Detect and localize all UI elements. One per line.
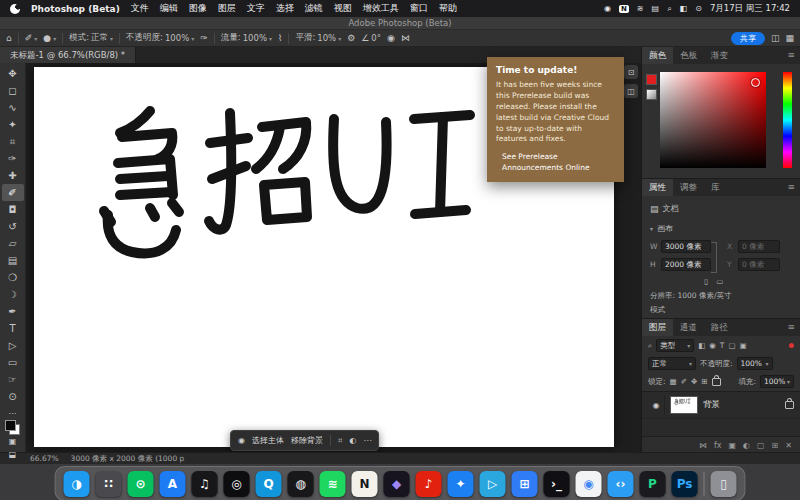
edit-toolbar-button[interactable]: … — [2, 405, 24, 418]
mode-row[interactable]: 模式 — [650, 305, 665, 315]
hand-tool[interactable]: ☞ — [2, 371, 24, 388]
home-icon[interactable]: ⌂ — [6, 33, 12, 43]
dock-podcasts[interactable]: ◍ — [288, 471, 314, 497]
menu-help[interactable]: 帮助 — [439, 2, 457, 15]
tab-swatches[interactable]: 色板 — [673, 47, 704, 64]
menubar-clock[interactable]: 7月17日 周三 17:42 — [710, 3, 790, 15]
filter-kind-icon[interactable]: ◧ — [698, 341, 705, 350]
layer-thumbnail[interactable] — [670, 396, 698, 414]
dock-qq[interactable]: Q — [256, 471, 282, 497]
background-layer-row[interactable]: ◉ 背景 — [642, 392, 800, 419]
dock-spotify[interactable]: ≋ — [320, 471, 346, 497]
foreground-background-swatches[interactable] — [5, 420, 20, 435]
layer-mask-icon[interactable]: ▣ — [728, 441, 736, 450]
lock-position-icon[interactable]: ✥ — [691, 377, 697, 386]
battery-icon[interactable]: ⊙ — [695, 4, 702, 13]
foreground-color-swatch[interactable] — [5, 420, 16, 431]
blend-mode-dropdown[interactable]: 正常 ▾ — [648, 357, 696, 370]
blend-mode-control[interactable]: 模式: 正常 ▾ — [69, 32, 113, 44]
theme-icon[interactable]: ◐ — [350, 436, 357, 445]
tab-paths[interactable]: 路径 — [704, 319, 735, 336]
link-layers-icon[interactable]: ⋈ — [699, 441, 707, 450]
prerelease-announcements-link[interactable]: See Prerelease Announcements Online — [496, 152, 615, 173]
lock-transparency-icon[interactable]: ▦ — [670, 377, 677, 386]
airbrush-icon[interactable]: ⌇ — [278, 33, 282, 43]
type-tool[interactable]: T — [2, 320, 24, 337]
brush-tool[interactable]: ✐ — [2, 184, 24, 201]
smoothing-gear-icon[interactable]: ⚙ — [347, 33, 355, 43]
dock-obsidian[interactable]: ◆ — [384, 471, 410, 497]
eraser-tool[interactable]: ▱ — [2, 235, 24, 252]
hue-slider[interactable] — [783, 72, 792, 168]
x-field[interactable]: 0 像素 — [738, 240, 780, 253]
menubar-app-status-icon[interactable]: ◉ — [604, 4, 611, 13]
brush-angle-control[interactable]: ∠ 0° — [361, 33, 381, 43]
opacity-control[interactable]: 不透明度: 100% ▾ — [126, 32, 194, 44]
layer-group-icon[interactable]: ▢ — [757, 441, 765, 450]
dock-launchpad[interactable]: ∷ — [96, 471, 122, 497]
menu-filter[interactable]: 滤镜 — [305, 2, 323, 15]
eyedropper-tool[interactable]: ✑ — [2, 150, 24, 167]
spotlight-icon[interactable]: ⌕ — [667, 4, 671, 14]
layer-opacity-field[interactable]: 100% ▾ — [737, 357, 773, 370]
delete-layer-icon[interactable]: ✕ — [785, 441, 792, 450]
move-tool[interactable]: ✥ — [2, 65, 24, 82]
menu-select[interactable]: 选择 — [276, 2, 294, 15]
tool-preset-picker[interactable]: ✐ ▾ — [25, 33, 38, 43]
link-dimensions-icon[interactable] — [711, 242, 717, 273]
panel-menu-icon[interactable]: ≡ — [782, 47, 800, 64]
filter-smartobject-icon[interactable]: ▣ — [740, 341, 747, 350]
filter-effects-icon[interactable]: ◉ — [709, 341, 716, 350]
dock-trash[interactable]: ▯ — [711, 471, 737, 497]
select-subject-button[interactable]: 选择主体 — [252, 435, 284, 446]
filter-type-dropdown[interactable]: 类型 ▾ — [656, 339, 694, 352]
dock-telegram[interactable]: ▷ — [480, 471, 506, 497]
paint-symmetry-icon[interactable]: ⋈ — [401, 33, 410, 43]
zoom-level-field[interactable]: 66.67% — [30, 454, 59, 463]
tab-gradients[interactable]: 渐变 — [704, 47, 735, 64]
filter-toggle-icon[interactable] — [789, 343, 794, 348]
menu-type[interactable]: 文字 — [247, 2, 265, 15]
lock-artboard-icon[interactable]: ⊞ — [701, 377, 707, 386]
fill-field[interactable]: 100% ▾ — [760, 375, 794, 388]
new-layer-icon[interactable]: ⊞ — [772, 441, 779, 450]
pen-pressure-size-icon[interactable]: ◉ — [387, 33, 395, 43]
orientation-landscape-button[interactable]: ▭ — [716, 277, 723, 286]
healing-tool[interactable]: ✚ — [2, 167, 24, 184]
color-slider-icon[interactable] — [646, 89, 657, 100]
comments-panel-icon[interactable]: ⊡ — [624, 65, 638, 79]
zoom-tool[interactable]: ⊙ — [2, 388, 24, 405]
pen-pressure-opacity-icon[interactable]: ✑ — [200, 33, 208, 43]
menu-plugins[interactable]: 增效工具 — [363, 2, 399, 15]
menu-layer[interactable]: 图层 — [218, 2, 236, 15]
marquee-tool[interactable]: ◻ — [2, 82, 24, 99]
notion-menubar-icon[interactable]: N — [619, 5, 629, 13]
menubar-app-name[interactable]: Photoshop (Beta) — [31, 4, 120, 14]
lock-pixels-icon[interactable]: ✐ — [681, 377, 687, 386]
width-field[interactable]: 3000 像素 — [661, 240, 711, 253]
share-button[interactable]: 共享 — [731, 32, 765, 45]
lasso-tool[interactable]: ∿ — [2, 99, 24, 116]
flow-control[interactable]: 流量: 100% ▾ — [221, 32, 272, 44]
dock-pycharm[interactable]: P — [640, 471, 666, 497]
dock-finder[interactable]: ◑ — [64, 471, 90, 497]
export-icon[interactable]: ◫ — [771, 33, 780, 43]
layer-name[interactable]: 背景 — [703, 399, 720, 411]
selection-brush-tool[interactable]: ✦ — [2, 116, 24, 133]
smoothing-control[interactable]: 平滑: 10% ▾ — [295, 32, 341, 44]
panel-menu-icon[interactable]: ≡ — [782, 319, 800, 336]
brush-size-picker[interactable]: ● ▾ — [43, 33, 56, 43]
background-lock-icon[interactable] — [785, 401, 794, 409]
dock-notion[interactable]: N — [352, 471, 378, 497]
menu-image[interactable]: 图像 — [189, 2, 207, 15]
dock-iterm[interactable]: ›_ — [544, 471, 570, 497]
saturation-brightness-field[interactable] — [660, 72, 766, 168]
dock-photoshop[interactable]: Ps — [672, 471, 698, 497]
workspace-switcher-icon[interactable]: ▦ — [785, 33, 794, 43]
export-panel-icon[interactable]: ◫ — [624, 84, 638, 98]
pen-tool[interactable]: ✒ — [2, 303, 24, 320]
adjustment-layer-icon[interactable]: ◐ — [743, 441, 750, 450]
layer-effects-icon[interactable]: fx — [714, 441, 722, 450]
filter-shape-icon[interactable]: ▢ — [728, 341, 735, 350]
dodge-tool[interactable]: ☽ — [2, 286, 24, 303]
